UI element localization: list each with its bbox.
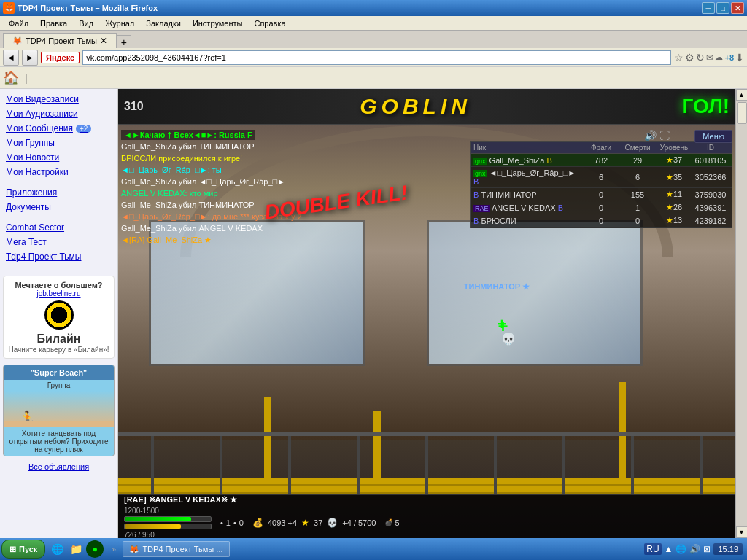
sidebar: Мои Видеозаписи Мои Аудиозаписи Мои Сооб… [0, 89, 118, 538]
score-name-4: RAE ANGEL V KEDAX B [473, 203, 583, 212]
score-id-4: 4396391 [692, 203, 729, 212]
download-icon[interactable]: ⬇ [735, 52, 744, 63]
fullscreen-icon[interactable]: ⛶ [659, 130, 670, 141]
home-icon[interactable]: 🏠 [3, 70, 19, 86]
weather-icon: ☁ [715, 52, 723, 62]
scoreboard: Ник Фраги Смерти Уровень ID gnx Gall_Me_… [470, 141, 732, 228]
hud-stats: 💰 4093 +4 ★ 37 💀 +4 / 5700 [252, 518, 376, 528]
score-id-3: 3759030 [692, 190, 729, 199]
score-header-nick: Ник [473, 144, 583, 152]
sidebar-item-mega-test[interactable]: Мега Тест [0, 235, 117, 249]
tray-arrow-icon[interactable]: ▲ [665, 544, 673, 554]
yandex-logo[interactable]: Яндекс [41, 52, 80, 63]
firefox-icon: 🦊 [3, 2, 15, 14]
separator-1: | [25, 72, 28, 84]
sidebar-item-docs[interactable]: Документы [0, 200, 117, 214]
taskbar-folder-icon[interactable]: 📁 [67, 540, 85, 558]
menu-help[interactable]: Справка [248, 18, 291, 29]
tray-more-icon[interactable]: ⊠ [703, 544, 711, 554]
banner-goal: ГОЛ! [681, 95, 729, 118]
forward-button[interactable]: ► [22, 50, 38, 66]
menu-journal[interactable]: Журнал [99, 18, 140, 29]
score-deaths-2: 6 [619, 173, 656, 182]
minimize-button[interactable]: ─ [702, 2, 715, 14]
tab-close-icon[interactable]: ✕ [100, 36, 107, 46]
close-button[interactable]: ✕ [731, 2, 744, 14]
tray-lang-icon[interactable]: RU [644, 543, 661, 555]
hud-coins: 4093 +4 [268, 518, 297, 527]
scroll-up-button[interactable]: ▲ [736, 89, 748, 101]
scoreboard-header: Ник Фраги Смерти Уровень ID [471, 142, 732, 154]
hud-ammo3-area: 💣 5 [384, 518, 399, 527]
menu-view[interactable]: Вид [73, 18, 99, 29]
sidebar-item-settings[interactable]: Мои Настройки [0, 165, 117, 179]
beeline-brand-name: Билайн [8, 332, 109, 346]
sidebar-item-audio[interactable]: Мои Аудиозаписи [0, 106, 117, 121]
hud-row-1: [RAE] ※ANGEL V KEDAX※ ★ [124, 495, 729, 505]
score-team-icon-2: B [473, 177, 479, 186]
tray-sound-icon[interactable]: 🔊 [689, 544, 700, 554]
second-toolbar: 🏠 | [0, 67, 747, 89]
menu-tools[interactable]: Инструменты [187, 18, 249, 29]
tools-icon[interactable]: ⚙ [685, 52, 694, 63]
score-level-2: ★35 [656, 173, 692, 182]
tab-tdp4[interactable]: 🦊 ТDP4 Проект Тьмы ✕ [3, 33, 117, 48]
game-menu-button[interactable]: Меню [694, 130, 732, 143]
score-level-5: ★13 [656, 216, 692, 225]
chat-text-8: Gall_Me_ShiZa убил ANGEL V KEDAX [121, 224, 263, 233]
scroll-track [737, 101, 747, 526]
taskbar-ie-icon[interactable]: 🌐 [48, 540, 66, 558]
score-id-2: 3052366 [692, 173, 729, 182]
skull-hud-icon: 💀 [327, 518, 338, 528]
taskbar-task-firefox[interactable]: 🦊 ТDP4 Проект Тьмы ... [123, 541, 229, 557]
score-frags-5: 0 [583, 217, 619, 225]
sidebar-divider-1 [0, 179, 117, 185]
sidebar-item-messages[interactable]: Мои Сообщения +2 [0, 121, 117, 136]
sidebar-item-videos[interactable]: Мои Видеозаписи [0, 92, 117, 106]
hud-health-bar-fill [125, 517, 191, 521]
hud-row-2: 1200-1500 726 / 950 • 1 • 0 [124, 507, 729, 539]
volume-icon[interactable]: 🔊 [644, 130, 657, 141]
taskbar-messenger-icon[interactable]: ● [86, 540, 104, 558]
score-name-2: gnx ◄□_Царь_Øг_Ráр_□► B [473, 168, 583, 186]
chat-text-9: ◄[RA] Gall_Me_ShiZa ★ [121, 236, 212, 244]
bookmark-icon[interactable]: ☆ [674, 52, 684, 63]
game-background: 310 GOBLIN ГОЛ! 🔊 ⛶ Меню ◄►Качаю † Всех◄… [118, 89, 735, 538]
sidebar-item-combat[interactable]: Combat Sector [0, 220, 117, 235]
back-button[interactable]: ◄ [3, 50, 19, 66]
menu-file[interactable]: Файл [3, 18, 34, 29]
time-text: 15:19 [718, 545, 738, 553]
score-level-3: ★11 [656, 190, 692, 199]
all-ads-link[interactable]: Все объявления [0, 459, 117, 474]
refresh-icon[interactable]: ↻ [696, 52, 705, 63]
scroll-thumb[interactable] [737, 102, 747, 124]
taskbar-more-icon[interactable]: » [105, 540, 123, 558]
server-info: ◄►Качаю † Всех◄■►: Russia F [121, 130, 255, 140]
hud-kills: 37 [314, 518, 322, 527]
menu-edit[interactable]: Правка [34, 18, 73, 29]
scroll-down-button[interactable]: ▼ [736, 526, 748, 538]
start-button[interactable]: ⊞ Пуск [1, 540, 45, 559]
score-id-5: 4239182 [692, 217, 729, 225]
chat-line-2: БРЮСЛИ присоединился к игре! [121, 153, 333, 163]
chat-text-1: Gall_Me_ShiZa убил ТИНМИНАТОР [121, 142, 255, 151]
hud-ammo1: 1 [226, 518, 231, 527]
sidebar-item-apps[interactable]: Приложения [0, 185, 117, 200]
score-level-1: ★37 [656, 155, 692, 165]
team-b1: gnx [473, 158, 487, 165]
hud-ammo3: 5 [395, 518, 399, 527]
sidebar-item-news[interactable]: Мои Новости [0, 150, 117, 165]
maximize-button[interactable]: □ [716, 2, 729, 14]
sidebar-item-tdp4[interactable]: Tdp4 Проект Тьмы [0, 249, 117, 264]
score-frags-3: 0 [583, 190, 619, 199]
address-icons: ☆ ⚙ ↻ ✉ ☁ +8 ⬇ [674, 52, 744, 63]
address-input[interactable] [82, 50, 671, 65]
new-tab-button[interactable]: + [117, 35, 131, 48]
menu-bookmarks[interactable]: Закладки [140, 18, 187, 29]
beeline-subline[interactable]: job.beeline.ru [8, 289, 109, 298]
chat-text-4: Gall_Me_ShiZa убил ◄□_Царь_Øг_Ráр_□► [121, 177, 285, 186]
mail-icon[interactable]: ✉ [706, 52, 713, 63]
sidebar-item-groups[interactable]: Мои Группы [0, 136, 117, 150]
score-level-4: ★26 [656, 203, 692, 212]
tray-network-icon[interactable]: 🌐 [676, 544, 686, 554]
